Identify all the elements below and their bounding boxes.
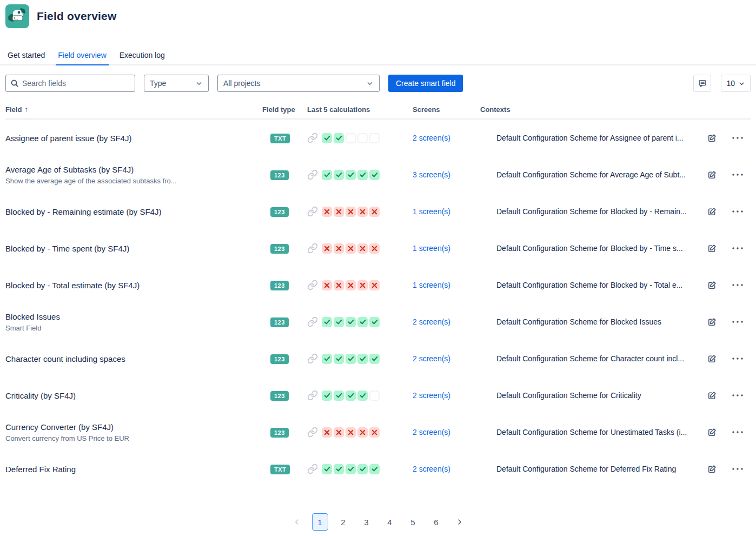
screens-link[interactable]: 1 screen(s) bbox=[413, 207, 450, 216]
calculation-status-error bbox=[357, 280, 368, 290]
more-cell bbox=[725, 431, 751, 434]
pagination-page-6[interactable]: 6 bbox=[428, 513, 445, 531]
edit-button[interactable] bbox=[699, 280, 725, 290]
ellipsis-icon bbox=[732, 283, 744, 287]
tab-execution-log[interactable]: Execution log bbox=[117, 48, 167, 65]
calculation-status-error bbox=[322, 427, 332, 438]
link-icon bbox=[307, 427, 318, 438]
more-cell bbox=[725, 467, 751, 471]
more-actions-button[interactable] bbox=[725, 210, 751, 213]
search-input[interactable] bbox=[22, 79, 130, 88]
screens-cell: 2 screen(s) bbox=[413, 391, 480, 400]
field-type-cell: 123 bbox=[262, 427, 307, 438]
calculation-status-success bbox=[357, 464, 368, 474]
pagination-page-4[interactable]: 4 bbox=[382, 513, 398, 531]
calculation-status-success bbox=[346, 354, 356, 364]
table-body: Assignee of parent issue (by SF4J) TXT 2… bbox=[0, 120, 756, 487]
feedback-button[interactable] bbox=[693, 75, 711, 92]
field-type-cell: 123 bbox=[262, 391, 307, 401]
pagination-page-5[interactable]: 5 bbox=[405, 513, 421, 531]
app-logo-icon: I... bbox=[5, 4, 29, 28]
edit-button[interactable] bbox=[699, 427, 725, 438]
more-actions-button[interactable] bbox=[725, 467, 751, 471]
search-icon bbox=[10, 79, 19, 88]
calculation-status-success bbox=[334, 133, 344, 143]
type-filter-select[interactable]: Type bbox=[144, 75, 209, 92]
field-type-cell: 123 bbox=[262, 280, 307, 290]
create-smart-field-button[interactable]: Create smart field bbox=[388, 75, 463, 92]
screens-link[interactable]: 2 screen(s) bbox=[413, 317, 450, 326]
edit-button[interactable] bbox=[699, 317, 725, 327]
project-filter-select[interactable]: All projects bbox=[217, 75, 380, 92]
calculations-cell bbox=[307, 206, 413, 217]
edit-button[interactable] bbox=[699, 391, 725, 401]
screens-link[interactable]: 2 screen(s) bbox=[413, 134, 450, 142]
calculation-status-list bbox=[322, 133, 380, 143]
calculation-status-success bbox=[322, 170, 332, 180]
calculations-cell bbox=[307, 169, 413, 180]
column-header-field[interactable]: Field↑ bbox=[5, 105, 262, 114]
ellipsis-icon bbox=[732, 394, 744, 397]
context-text: Default Configuration Scheme for Average… bbox=[480, 170, 699, 179]
calculation-status-list bbox=[322, 391, 380, 401]
field-description: Smart Field bbox=[5, 324, 262, 332]
more-actions-button[interactable] bbox=[725, 320, 751, 323]
edit-icon bbox=[707, 391, 717, 401]
screens-link[interactable]: 2 screen(s) bbox=[413, 428, 450, 436]
calculation-status-empty bbox=[346, 133, 356, 143]
calculation-status-list bbox=[322, 207, 380, 217]
tab-field-overview[interactable]: Field overview bbox=[56, 48, 108, 65]
calculation-status-error bbox=[334, 207, 344, 217]
calculation-status-error bbox=[357, 243, 368, 254]
tab-bar: Get started Field overview Execution log bbox=[0, 47, 756, 65]
field-type-cell: 123 bbox=[262, 243, 307, 254]
more-actions-button[interactable] bbox=[725, 247, 751, 250]
screens-link[interactable]: 3 screen(s) bbox=[413, 170, 450, 179]
tab-get-started[interactable]: Get started bbox=[5, 48, 47, 65]
more-actions-button[interactable] bbox=[725, 431, 751, 434]
edit-cell bbox=[699, 317, 725, 327]
more-actions-button[interactable] bbox=[725, 283, 751, 287]
edit-cell bbox=[699, 391, 725, 401]
ellipsis-icon bbox=[732, 247, 744, 250]
more-actions-button[interactable] bbox=[725, 136, 751, 140]
edit-button[interactable] bbox=[699, 133, 725, 143]
screens-link[interactable]: 2 screen(s) bbox=[413, 465, 450, 473]
calculations-cell bbox=[307, 243, 413, 254]
toolbar-right: 10 bbox=[693, 75, 751, 92]
more-cell bbox=[725, 173, 751, 176]
link-icon bbox=[307, 316, 318, 327]
more-actions-button[interactable] bbox=[725, 357, 751, 360]
more-actions-button[interactable] bbox=[725, 394, 751, 397]
edit-button[interactable] bbox=[699, 243, 725, 254]
screens-cell: 2 screen(s) bbox=[413, 317, 480, 327]
link-icon bbox=[307, 390, 318, 401]
page-size-value: 10 bbox=[726, 79, 735, 88]
edit-button[interactable] bbox=[699, 354, 725, 364]
field-cell: Character count including spaces bbox=[5, 354, 262, 363]
calculation-status-success bbox=[334, 391, 344, 401]
pagination-next-button[interactable] bbox=[452, 513, 468, 531]
pagination-prev-button[interactable] bbox=[289, 513, 305, 531]
more-actions-button[interactable] bbox=[725, 173, 751, 176]
calculation-status-error bbox=[346, 207, 356, 217]
calculation-status-success bbox=[346, 170, 356, 180]
pagination-page-1[interactable]: 1 bbox=[312, 513, 328, 531]
pagination-page-3[interactable]: 3 bbox=[359, 513, 375, 531]
edit-button[interactable] bbox=[699, 207, 725, 217]
edit-button[interactable] bbox=[699, 170, 725, 180]
more-cell bbox=[725, 394, 751, 397]
field-type-cell: TXT bbox=[262, 464, 307, 474]
screens-link[interactable]: 1 screen(s) bbox=[413, 244, 450, 253]
field-cell: Blocked by - Remaining estimate (by SF4J… bbox=[5, 207, 262, 216]
page-size-select[interactable]: 10 bbox=[721, 75, 751, 92]
screens-link[interactable]: 2 screen(s) bbox=[413, 354, 450, 363]
search-box[interactable] bbox=[5, 75, 135, 92]
pagination-page-2[interactable]: 2 bbox=[335, 513, 352, 531]
screens-link[interactable]: 1 screen(s) bbox=[413, 281, 450, 289]
calculation-status-empty bbox=[369, 391, 380, 401]
field-cell: Assignee of parent issue (by SF4J) bbox=[5, 134, 262, 143]
screens-link[interactable]: 2 screen(s) bbox=[413, 391, 450, 400]
edit-button[interactable] bbox=[699, 464, 725, 474]
screens-cell: 2 screen(s) bbox=[413, 464, 480, 474]
